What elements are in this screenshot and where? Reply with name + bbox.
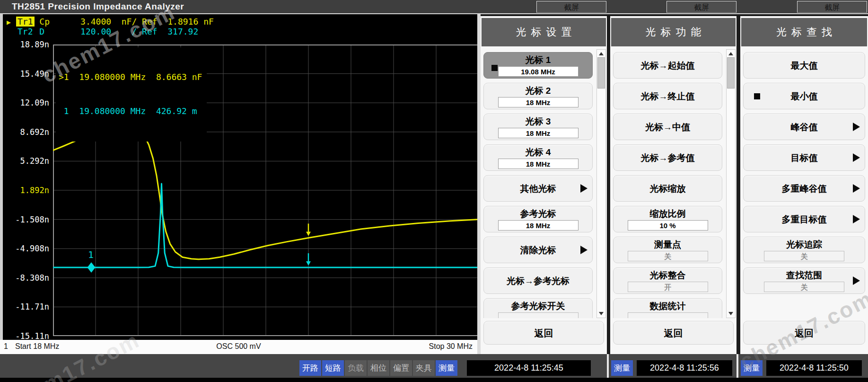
marker-diamond[interactable] <box>88 262 96 273</box>
marker-readout-tr2: 1 19.080000 MHz 426.92 m <box>59 106 202 117</box>
y-axis-label: 12.09n <box>3 98 49 107</box>
softkey-button[interactable]: 光标→中值 <box>613 114 722 140</box>
softkey-label: 参考光标 <box>484 207 592 220</box>
cal-button-测量[interactable]: 测量 <box>436 360 457 376</box>
trace-params: D 120.00 / Ref 317.92 <box>35 27 199 36</box>
active-indicator-square <box>491 65 498 71</box>
softkey-button[interactable]: 光标 119.08 MHz <box>483 52 593 79</box>
timestamp-display: 2022-4-8 11:25:45 <box>467 360 591 376</box>
chart-region: ▶Tr1 Cp 3.4000 nF/ Ref 1.8916 nFTr2 D 12… <box>0 14 477 354</box>
y-axis-label: -8.308n <box>3 273 49 283</box>
softkey-value: 开 <box>628 282 708 292</box>
trace-legend-row: ▶Tr1 Cp 3.4000 nF/ Ref 1.8916 nF <box>7 17 214 27</box>
scroll-down-icon[interactable] <box>599 312 604 315</box>
timestamp-display: 2022-4-8 11:25:50 <box>766 360 862 376</box>
return-button[interactable]: 返回 <box>743 321 865 345</box>
y-axis-label: 1.892n <box>3 186 49 195</box>
softkey-value: 18 MHz <box>498 159 579 169</box>
marker-label: 1 <box>88 249 94 260</box>
softkey-label: 多重峰谷值 <box>744 176 865 202</box>
softkey-label: 光标整合 <box>614 269 722 281</box>
active-trace-arrow-icon: ▶ <box>7 18 16 27</box>
softkey-label: 多重目标值 <box>744 206 865 233</box>
chart-panel-divider <box>477 14 481 354</box>
softkey-label: 光标→终止值 <box>614 83 722 110</box>
sweep-info-strip: 1 Start 18 MHz OSC 500 mV Stop 30 MHz <box>0 340 477 354</box>
softkey-button[interactable]: 测量点关 <box>613 237 722 263</box>
softkey-value: 关 <box>628 251 708 261</box>
softkey-value: 18 MHz <box>498 128 579 138</box>
softkey-label: 峰谷值 <box>744 114 865 141</box>
softkey-button[interactable]: 光标→起始值 <box>613 52 722 79</box>
softkey-button[interactable]: 目标值 <box>743 144 865 171</box>
softkey-scroll-area: 光标→起始值光标→终止值光标→中值光标→参考值光标缩放缩放比例10 %测量点关光… <box>610 49 736 318</box>
softkey-label: 其他光标 <box>484 176 592 202</box>
cal-button-偏置[interactable]: 偏置 <box>390 360 412 376</box>
bottom-bar-section: 开路短路负载相位偏置夹具测量2022-4-8 11:25:45 <box>299 360 591 376</box>
scroll-down-icon[interactable] <box>728 312 733 315</box>
softkey-label: 光标→参考光标 <box>484 268 592 294</box>
softkey-button[interactable]: 光标→参考光标 <box>483 267 593 294</box>
softkey-button[interactable]: 缩放比例10 % <box>613 206 722 232</box>
softkey-button[interactable]: 最小值 <box>743 83 865 109</box>
y-axis-label: -1.508n <box>3 215 49 224</box>
softkey-button[interactable]: 光标 218 MHz <box>483 83 593 109</box>
panel-title: 光标设置 <box>482 18 606 46</box>
softkey-button[interactable]: 最大值 <box>743 52 865 79</box>
return-button[interactable]: 返回 <box>613 321 734 345</box>
softkey-label: 光标 3 <box>484 115 592 127</box>
softkey-button[interactable]: 光标追踪关 <box>743 237 865 263</box>
screenshot-button-3[interactable]: 截屏 <box>797 1 867 13</box>
cal-button-夹具[interactable]: 夹具 <box>413 360 435 376</box>
panel-scrollbar[interactable] <box>726 49 736 318</box>
softkey-label: 清除光标 <box>484 237 592 264</box>
cal-button-测量[interactable]: 测量 <box>611 360 633 376</box>
app-title: TH2851 Precision Impedance Analyzer <box>12 1 184 12</box>
scrollbar-thumb[interactable] <box>597 57 605 89</box>
softkey-label: 光标→参考值 <box>614 145 722 171</box>
screenshot-button-2[interactable]: 截屏 <box>666 1 736 13</box>
cal-button-开路[interactable]: 开路 <box>299 360 321 376</box>
softkey-label: 最大值 <box>744 53 865 79</box>
softkey-button[interactable]: 数据统计 <box>613 298 722 318</box>
softkey-button[interactable]: 多重目标值 <box>743 206 865 232</box>
softkey-value: 18 MHz <box>498 220 579 231</box>
cal-button-负载[interactable]: 负载 <box>345 360 367 376</box>
softkey-button[interactable]: 查找范围关 <box>743 267 865 294</box>
softkey-button[interactable]: 参考光标18 MHz <box>483 206 593 232</box>
osc-level-label: OSC 500 mV <box>0 342 477 351</box>
y-axis-label: 5.292n <box>3 156 49 166</box>
submenu-arrow-icon <box>580 184 587 193</box>
cal-button-测量[interactable]: 测量 <box>741 360 763 376</box>
softkey-label: 光标→中值 <box>614 114 722 141</box>
softkey-button[interactable]: 清除光标 <box>483 237 593 263</box>
bottom-edge-strip <box>0 378 868 382</box>
softkey-label: 目标值 <box>744 145 865 171</box>
softkey-button[interactable]: 光标缩放 <box>613 175 722 202</box>
panel-title: 光标查找 <box>741 18 867 46</box>
scroll-up-icon[interactable] <box>599 52 604 55</box>
scroll-up-icon[interactable] <box>728 52 733 55</box>
trace-name[interactable]: Tr1 <box>16 17 35 27</box>
screenshot-button-1[interactable]: 截屏 <box>536 1 606 13</box>
softkey-button[interactable]: 光标 318 MHz <box>483 114 593 140</box>
softkey-button[interactable]: 多重峰谷值 <box>743 175 865 202</box>
submenu-arrow-icon <box>853 123 860 131</box>
softkey-button[interactable]: 峰谷值 <box>743 114 865 140</box>
softkey-button[interactable]: 参考光标开关 <box>483 298 593 318</box>
sweep-stop-label: Stop 30 MHz <box>429 342 473 351</box>
softkey-panel-1: 光标设置光标 119.08 MHz光标 218 MHz光标 318 MHz光标 … <box>481 16 607 354</box>
return-button[interactable]: 返回 <box>483 321 604 345</box>
trace-name[interactable]: Tr2 <box>16 27 35 36</box>
scrollbar-thumb[interactable] <box>727 57 735 89</box>
cal-button-短路[interactable]: 短路 <box>322 360 344 376</box>
softkey-button[interactable]: 光标整合开 <box>613 267 722 294</box>
softkey-button[interactable]: 其他光标 <box>483 175 593 202</box>
softkey-label: 光标 4 <box>484 146 592 158</box>
panel-scrollbar[interactable] <box>596 49 606 318</box>
submenu-arrow-icon <box>853 276 860 285</box>
softkey-button[interactable]: 光标→参考值 <box>613 144 722 171</box>
softkey-button[interactable]: 光标→终止值 <box>613 83 722 109</box>
softkey-button[interactable]: 光标 418 MHz <box>483 144 593 171</box>
cal-button-相位[interactable]: 相位 <box>368 360 389 376</box>
